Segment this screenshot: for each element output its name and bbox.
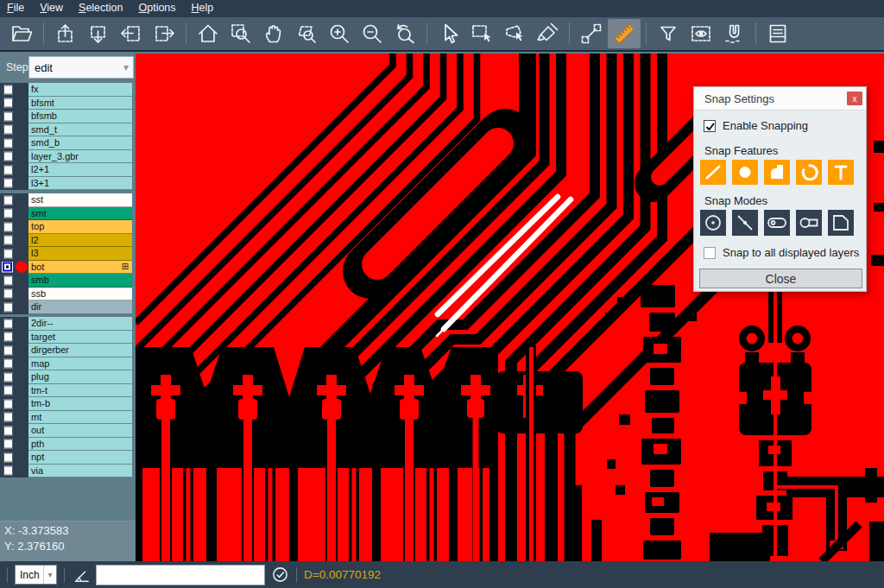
layer-checkbox[interactable] xyxy=(3,152,13,161)
layer-row-smt[interactable]: smt xyxy=(0,207,136,221)
layer-checkbox[interactable] xyxy=(3,209,13,218)
layer-row-layer_3.gbr[interactable]: layer_3.gbr xyxy=(0,150,136,164)
snap-line-button[interactable] xyxy=(700,160,726,185)
mode-slot-end-button[interactable] xyxy=(764,210,790,236)
menu-help[interactable]: Help xyxy=(184,2,222,16)
layer-name-cell[interactable]: l2+1 xyxy=(28,163,132,177)
layer-checkbox[interactable] xyxy=(3,413,13,422)
layer-name-cell[interactable]: out xyxy=(28,424,132,438)
snap-point-button[interactable] xyxy=(732,160,758,185)
select-rectangle-button[interactable] xyxy=(465,19,498,48)
layer-checkbox[interactable] xyxy=(3,399,13,408)
menu-options[interactable]: Options xyxy=(130,2,183,16)
layer-checkbox[interactable] xyxy=(3,125,13,135)
layer-name-cell[interactable]: sst xyxy=(28,193,132,207)
layer-name-cell[interactable]: top xyxy=(28,220,132,234)
layer-name-cell[interactable]: fx xyxy=(28,83,132,97)
layer-name-cell[interactable]: smb xyxy=(28,274,132,288)
layer-row-l2+1[interactable]: l2+1 xyxy=(0,163,136,177)
dialog-close-button[interactable]: x xyxy=(847,92,862,105)
layer-name-cell[interactable]: layer_3.gbr xyxy=(28,150,132,164)
layer-name-cell[interactable]: smd_b xyxy=(28,136,132,150)
mode-midpoint-button[interactable] xyxy=(732,210,758,236)
layer-name-cell[interactable]: 2dir-- xyxy=(28,317,132,331)
layer-checkbox[interactable] xyxy=(3,466,13,476)
layer-name-cell[interactable]: pth xyxy=(28,438,132,452)
select-polygon-button[interactable] xyxy=(498,19,531,48)
select-pointer-button[interactable] xyxy=(433,19,465,48)
layer-checkbox[interactable] xyxy=(3,302,13,312)
layer-name-cell[interactable]: npt xyxy=(28,451,132,465)
layer-row-ssb[interactable]: ssb xyxy=(0,288,136,301)
layer-row-target[interactable]: target xyxy=(0,331,136,345)
enable-snapping-checkbox[interactable] xyxy=(704,120,716,132)
pan-hand-button[interactable] xyxy=(257,19,290,48)
layer-name-cell[interactable]: l3 xyxy=(28,247,132,261)
layer-row-2dir--[interactable]: 2dir-- xyxy=(0,317,136,331)
zoom-area-button[interactable] xyxy=(224,19,257,48)
layer-checkbox[interactable] xyxy=(3,439,13,449)
zoom-in-button[interactable] xyxy=(323,19,356,48)
import-right-button[interactable] xyxy=(148,19,180,48)
layer-checkbox[interactable] xyxy=(3,179,13,188)
menu-view[interactable]: View xyxy=(32,2,71,16)
layer-name-cell[interactable]: bfsmt xyxy=(28,97,132,111)
mode-slot-button[interactable] xyxy=(796,210,822,236)
measure-ruler-button[interactable] xyxy=(608,19,641,48)
layer-checkbox[interactable] xyxy=(3,195,13,205)
open-folder-button[interactable] xyxy=(5,19,38,48)
layer-row-out[interactable]: out xyxy=(0,424,136,438)
layer-name-cell[interactable]: plug xyxy=(28,370,132,384)
import-top-button[interactable] xyxy=(49,19,82,48)
snap-text-button[interactable] xyxy=(828,160,854,185)
snap-magnet-button[interactable] xyxy=(717,19,750,48)
layer-name-cell[interactable]: mt xyxy=(28,411,132,425)
layer-name-cell[interactable]: target xyxy=(28,331,132,345)
layer-checkbox[interactable] xyxy=(3,222,13,231)
layer-checkbox[interactable] xyxy=(3,85,13,94)
layer-row-npt[interactable]: npt xyxy=(0,451,136,465)
layer-name-cell[interactable]: bot⊞ xyxy=(28,261,132,275)
layer-row-bfsmb[interactable]: bfsmb xyxy=(0,110,136,123)
layer-row-via[interactable]: via xyxy=(0,465,136,478)
menu-selection[interactable]: Selection xyxy=(71,2,130,16)
highlight-region-button[interactable] xyxy=(685,19,717,48)
paint-brush-button[interactable] xyxy=(531,19,564,48)
layer-row-bfsmt[interactable]: bfsmt xyxy=(0,97,136,111)
report-form-button[interactable] xyxy=(761,19,794,48)
import-bottom-button[interactable] xyxy=(82,19,115,48)
layer-checkbox[interactable] xyxy=(3,111,13,121)
layer-checkbox[interactable] xyxy=(3,332,13,342)
layer-row-top[interactable]: top xyxy=(0,220,136,234)
layer-checkbox[interactable] xyxy=(3,319,13,328)
layer-name-cell[interactable]: via xyxy=(28,465,132,478)
layer-name-cell[interactable]: ssb xyxy=(28,288,132,301)
layer-row-pth[interactable]: pth xyxy=(0,438,136,452)
layer-checkbox[interactable] xyxy=(3,138,13,148)
layer-checkbox[interactable] xyxy=(3,98,13,108)
measure-line-button[interactable] xyxy=(575,19,608,48)
layer-name-cell[interactable]: smt xyxy=(28,207,132,221)
menu-file[interactable]: File xyxy=(7,2,32,16)
layer-row-smd_b[interactable]: smd_b xyxy=(0,136,136,150)
layer-checkbox[interactable] xyxy=(3,275,13,285)
snap-all-layers-checkbox[interactable] xyxy=(704,247,716,259)
layer-row-bot[interactable]: bot⊞ xyxy=(0,261,136,275)
angle-measure-icon[interactable] xyxy=(72,566,91,585)
snap-arc-button[interactable] xyxy=(796,160,822,185)
layer-name-cell[interactable]: smd_t xyxy=(28,123,132,137)
layer-name-cell[interactable]: tm-t xyxy=(28,384,132,398)
layer-checkbox[interactable] xyxy=(3,386,13,395)
sync-icon[interactable] xyxy=(271,566,289,584)
dialog-titlebar[interactable]: Snap Settings x xyxy=(694,87,866,111)
layer-name-cell[interactable]: dirgerber xyxy=(28,344,132,357)
layer-row-fx[interactable]: fx xyxy=(0,83,136,97)
layer-row-plug[interactable]: plug xyxy=(0,370,136,384)
zoom-polygon-button[interactable] xyxy=(290,19,323,48)
layer-checkbox[interactable] xyxy=(3,289,13,299)
layer-name-cell[interactable]: tm-b xyxy=(28,397,132,411)
layer-name-cell[interactable]: map xyxy=(28,357,132,371)
layer-row-l2[interactable]: l2 xyxy=(0,234,136,248)
layer-name-cell[interactable]: l2 xyxy=(28,234,132,248)
layer-checkbox[interactable] xyxy=(3,426,13,435)
